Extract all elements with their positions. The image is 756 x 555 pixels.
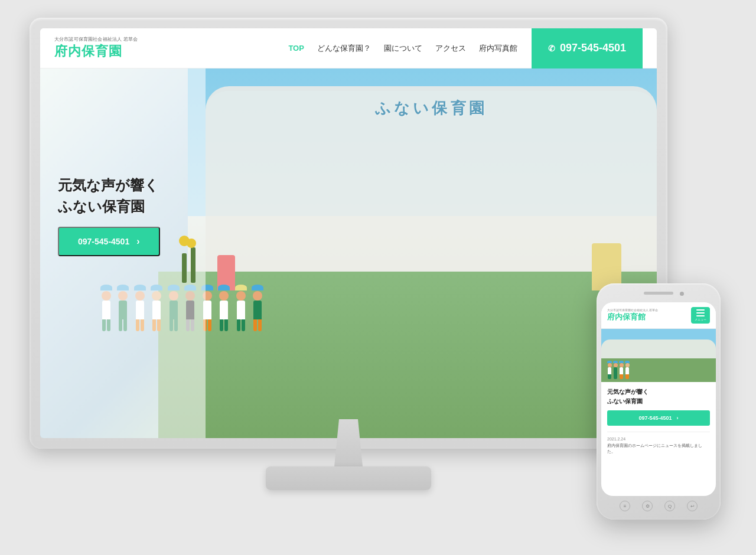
phone-screen: 大分市認可保育園社会福祉法人 若草会 府内保育館 メニュー bbox=[601, 302, 716, 496]
site-logo-sub: 大分市認可保育園社会福祉法人 若草会 bbox=[54, 36, 138, 43]
building-sign: ふない保育園 bbox=[375, 98, 487, 119]
monitor-base bbox=[266, 466, 431, 490]
nav-about-nursery[interactable]: どんな保育園？ bbox=[317, 43, 371, 54]
phone-menu-label: メニュー bbox=[695, 318, 706, 321]
phone-content: 元気な声が響く ふない保育園 097-545-4501 › 2021.2.24 … bbox=[601, 382, 716, 461]
hero-headline-2: ふない保育園 bbox=[58, 197, 160, 216]
hero-cta-label: 097-545-4501 bbox=[78, 237, 129, 246]
hero-headline-1: 元気な声が響く bbox=[58, 176, 160, 195]
nav-access[interactable]: アクセス bbox=[435, 43, 466, 54]
phone-logo-main: 府内保育館 bbox=[607, 312, 658, 322]
phone-speaker bbox=[644, 292, 673, 295]
building-shape: ふない保育園 bbox=[206, 86, 657, 289]
hero-text-block: 元気な声が響く ふない保育園 097-545-4501 › bbox=[58, 176, 160, 256]
site-logo-area: 大分市認可保育園社会福祉法人 若草会 府内保育園 bbox=[54, 36, 138, 60]
home-icon: ≡ bbox=[624, 504, 627, 509]
phone-hero-text1: 元気な声が響く bbox=[607, 388, 710, 396]
menu-line-3 bbox=[696, 315, 705, 316]
phone-bottom-bar: ≡ ⚙ Q ↩ bbox=[601, 496, 716, 514]
phone-outer: 大分市認可保育園社会福祉法人 若草会 府内保育館 メニュー bbox=[597, 283, 721, 520]
site-phone-button[interactable]: ✆ 097-545-4501 bbox=[532, 28, 643, 68]
header-phone-number: 097-545-4501 bbox=[560, 42, 626, 54]
phone-search-button[interactable]: Q bbox=[664, 501, 675, 511]
site-header: 大分市認可保育園社会福祉法人 若草会 府内保育園 TOP どんな保育園？ 園につ… bbox=[40, 28, 657, 68]
smartphone: 大分市認可保育園社会福祉法人 若草会 府内保育館 メニュー bbox=[597, 283, 721, 520]
monitor: 大分市認可保育園社会福祉法人 若草会 府内保育園 TOP どんな保育園？ 園につ… bbox=[30, 18, 667, 525]
monitor-outer: 大分市認可保育園社会福祉法人 若草会 府内保育園 TOP どんな保育園？ 園につ… bbox=[30, 18, 667, 449]
phone-camera bbox=[680, 292, 684, 296]
phone-hero-image bbox=[601, 329, 716, 382]
phone-home-button[interactable]: ≡ bbox=[620, 501, 630, 511]
menu-line-1 bbox=[696, 309, 705, 311]
phone-settings-button[interactable]: ⚙ bbox=[642, 501, 653, 511]
phone-header: 大分市認可保育園社会福祉法人 若草会 府内保育館 メニュー bbox=[601, 302, 716, 329]
nav-top[interactable]: TOP bbox=[288, 44, 304, 53]
hero-cta-button[interactable]: 097-545-4501 › bbox=[58, 227, 160, 256]
phone-hero-text2: ふない保育園 bbox=[607, 397, 710, 406]
phone-back-button[interactable]: ↩ bbox=[687, 501, 698, 511]
search-icon: Q bbox=[668, 504, 672, 509]
phone-news-section: 2021.2.24 府内保育園のホームページにニュースを掲載しました。 bbox=[607, 432, 710, 455]
phone-menu-button[interactable]: メニュー bbox=[691, 307, 710, 324]
phone-news-date: 2021.2.24 bbox=[607, 437, 710, 441]
phone-logo-area: 大分市認可保育園社会福祉法人 若草会 府内保育館 bbox=[607, 308, 658, 322]
site-hero: ふない保育園 bbox=[40, 68, 657, 438]
hero-cta-arrow-icon: › bbox=[136, 236, 139, 247]
nav-about[interactable]: 園について bbox=[384, 43, 422, 54]
phone-cta-button[interactable]: 097-545-4501 › bbox=[607, 410, 710, 426]
phone-cta-arrow: › bbox=[677, 415, 679, 421]
phone-cta-label: 097-545-4501 bbox=[638, 415, 672, 421]
scene: 大分市認可保育園社会福祉法人 若草会 府内保育園 TOP どんな保育園？ 園につ… bbox=[0, 0, 756, 555]
site-nav: TOP どんな保育園？ 園について アクセス 府内写真館 bbox=[288, 43, 517, 54]
plants-decoration bbox=[176, 236, 211, 283]
back-icon: ↩ bbox=[690, 504, 695, 509]
site-logo-main: 府内保育園 bbox=[54, 43, 138, 60]
settings-icon: ⚙ bbox=[646, 504, 650, 509]
nav-gallery[interactable]: 府内写真館 bbox=[479, 43, 517, 54]
monitor-screen: 大分市認可保育園社会福祉法人 若草会 府内保育園 TOP どんな保育園？ 園につ… bbox=[40, 28, 657, 438]
phone-news-text: 府内保育園のホームページにニュースを掲載しました。 bbox=[607, 443, 710, 455]
phone-icon: ✆ bbox=[548, 44, 555, 53]
menu-line-2 bbox=[696, 312, 705, 314]
